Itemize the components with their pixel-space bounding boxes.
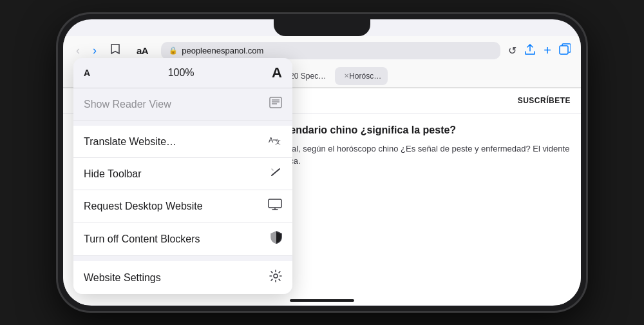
url-text: peopleenespanol.com bbox=[182, 46, 263, 55]
menu-separator-1 bbox=[73, 121, 292, 126]
website-settings-label: Website Settings bbox=[84, 272, 161, 284]
reload-button[interactable]: ↺ bbox=[508, 44, 516, 57]
reader-view-icon bbox=[269, 97, 282, 112]
hide-toolbar-icon bbox=[269, 166, 282, 181]
notch bbox=[274, 19, 370, 36]
hide-toolbar-label: Hide Toolbar bbox=[84, 168, 142, 180]
menu-separator-2 bbox=[73, 256, 292, 261]
lock-icon: 🔒 bbox=[169, 46, 178, 55]
url-bar[interactable]: 🔒 peopleenespanol.com bbox=[161, 42, 500, 59]
tab-horoscopo[interactable]: ✕ Horósc… bbox=[335, 67, 388, 85]
share-button[interactable] bbox=[524, 43, 536, 59]
screen: ‹ › aA 🔒 peopleenespanol.com ↺ bbox=[63, 19, 581, 306]
font-increase-button[interactable]: A bbox=[272, 64, 282, 81]
svg-point-15 bbox=[274, 274, 278, 278]
show-reader-view-label: Show Reader View bbox=[84, 99, 171, 110]
back-button[interactable]: ‹ bbox=[73, 41, 82, 60]
new-tab-button[interactable]: + bbox=[544, 43, 551, 58]
translate-icon: A 文 bbox=[268, 134, 282, 149]
home-indicator bbox=[290, 299, 354, 302]
turn-off-blockers-label: Turn off Content Blockers bbox=[84, 233, 200, 245]
translate-website-label: Translate Website… bbox=[84, 136, 176, 148]
forward-button[interactable]: › bbox=[90, 41, 99, 60]
gear-icon bbox=[269, 270, 282, 286]
request-desktop-item[interactable]: Request Desktop Website bbox=[73, 190, 292, 222]
tabs-button[interactable] bbox=[559, 43, 571, 57]
translate-website-item[interactable]: Translate Website… A 文 bbox=[73, 126, 292, 158]
website-settings-item[interactable]: Website Settings bbox=[73, 261, 292, 294]
turn-off-blockers-item[interactable]: Turn off Content Blockers bbox=[73, 222, 292, 256]
close-tab-icon[interactable]: ✕ bbox=[344, 72, 349, 79]
bookmarks-icon[interactable] bbox=[109, 43, 121, 58]
svg-text:A: A bbox=[269, 136, 274, 144]
subscribe-button[interactable]: SUSCRÍBETE bbox=[518, 96, 571, 105]
tab-label: Horósc… bbox=[349, 72, 381, 81]
font-percent-label: 100% bbox=[168, 67, 194, 79]
font-decrease-button[interactable]: A bbox=[84, 68, 90, 78]
shield-icon bbox=[270, 231, 282, 247]
desktop-icon bbox=[268, 199, 282, 213]
svg-rect-12 bbox=[269, 199, 281, 208]
aa-button[interactable]: aA bbox=[131, 43, 153, 59]
svg-rect-0 bbox=[560, 46, 568, 54]
phone-frame: ‹ › aA 🔒 peopleenespanol.com ↺ bbox=[58, 14, 586, 311]
show-reader-view-item[interactable]: Show Reader View bbox=[73, 88, 292, 121]
svg-rect-6 bbox=[270, 97, 281, 108]
font-size-row: A 100% A bbox=[73, 58, 292, 88]
dropdown-menu: A 100% A Show Reader View bbox=[73, 58, 292, 294]
hide-toolbar-item[interactable]: Hide Toolbar bbox=[73, 158, 292, 190]
request-desktop-label: Request Desktop Website bbox=[84, 201, 203, 212]
